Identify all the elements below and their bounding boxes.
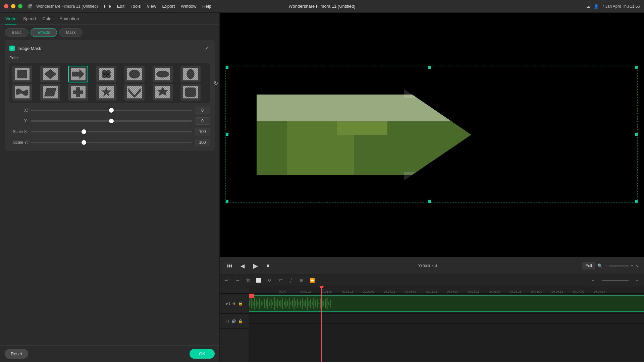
sub-tab-mask[interactable]: Mask xyxy=(59,28,83,37)
sub-tab-basic[interactable]: Basic xyxy=(5,28,29,37)
menu-edit[interactable]: Edit xyxy=(117,4,124,9)
menu-window[interactable]: Window xyxy=(181,4,196,9)
svg-point-18 xyxy=(156,71,169,78)
mask-close-button[interactable]: × xyxy=(203,45,210,52)
app-name: 🎬 Wondershare Filmora 11 (Untitled) xyxy=(27,4,98,9)
zoom-slider[interactable] xyxy=(609,265,629,266)
menu-help[interactable]: Help xyxy=(202,4,211,9)
prev-frame-button[interactable]: ⏮ xyxy=(225,261,234,270)
clip-start-marker xyxy=(249,294,254,298)
app-icon: 🎬 xyxy=(27,4,32,9)
mask-item-diamond[interactable] xyxy=(40,66,60,82)
svg-rect-43 xyxy=(226,66,228,69)
mask-item-cross[interactable] xyxy=(68,84,88,101)
slider-scaley[interactable] xyxy=(31,142,192,143)
profile-icon: 👤 xyxy=(594,4,599,9)
close-window-button[interactable] xyxy=(4,4,8,8)
video-track[interactable] xyxy=(249,294,644,314)
mask-item-wave[interactable] xyxy=(12,84,32,101)
maximize-window-button[interactable] xyxy=(18,4,22,8)
tab-video[interactable]: Video xyxy=(5,16,16,24)
zoom-out-icon[interactable]: − xyxy=(604,263,607,268)
path-label: Path: xyxy=(9,56,210,60)
menu-view[interactable]: View xyxy=(147,4,156,9)
menu-file[interactable]: File xyxy=(104,4,111,9)
slider-y[interactable] xyxy=(31,120,192,122)
mask-item-chevron[interactable] xyxy=(124,84,145,101)
zoom-fit-button[interactable]: Full xyxy=(582,262,595,269)
zoom-in-icon[interactable]: + xyxy=(631,263,633,268)
undo-button[interactable]: ↩ xyxy=(223,277,230,284)
mask-item-ellipse[interactable] xyxy=(153,66,173,82)
svg-rect-57 xyxy=(258,302,259,305)
menu-tools[interactable]: Tools xyxy=(130,4,141,9)
zoom-timeline-slider[interactable] xyxy=(602,280,629,281)
crop-button[interactable]: ⬜ xyxy=(255,277,262,284)
mask-item-star[interactable] xyxy=(96,84,116,101)
svg-rect-93 xyxy=(317,299,318,308)
mask-item-arrow[interactable] xyxy=(68,66,88,82)
ok-button[interactable]: OK xyxy=(190,349,215,359)
slider-y-value[interactable] xyxy=(195,117,210,125)
mask-item-rounded-square[interactable] xyxy=(180,84,201,101)
sub-tab-effects[interactable]: Effects xyxy=(31,28,57,37)
split-button[interactable]: ⧸ xyxy=(287,277,294,284)
zoom-in-timeline[interactable]: + xyxy=(590,277,596,284)
stop-button[interactable]: ■ xyxy=(263,261,273,270)
svg-rect-64 xyxy=(269,301,270,306)
zoom-out-timeline[interactable]: − xyxy=(634,277,641,284)
video-clip[interactable] xyxy=(249,295,644,312)
svg-rect-62 xyxy=(266,300,267,307)
image-mask-checkbox[interactable] xyxy=(9,46,15,51)
minimize-window-button[interactable] xyxy=(11,4,15,8)
svg-rect-59 xyxy=(261,301,262,306)
play-button[interactable]: ▶ xyxy=(251,261,260,270)
svg-rect-48 xyxy=(226,200,228,203)
mask-item-rectangle[interactable] xyxy=(12,66,32,82)
timeline-scroll-area[interactable]: 00:00 00:00:15 00:01:00 00:01:15 00:02:0… xyxy=(249,286,644,362)
refresh-button[interactable]: ↻ xyxy=(214,80,218,86)
ruler-mark-7: 00:03:15 xyxy=(426,290,447,293)
mask-item-hexstar[interactable] xyxy=(153,84,173,101)
tab-speed[interactable]: Speed xyxy=(23,16,36,24)
speed-ramp-button[interactable]: ⏩ xyxy=(309,277,316,284)
tab-animation[interactable]: Animation xyxy=(60,16,79,24)
svg-rect-71 xyxy=(280,300,281,307)
rotate-button[interactable]: ↻ xyxy=(266,277,273,284)
slider-x[interactable] xyxy=(31,110,192,111)
audio-track-lock[interactable]: 🔒 xyxy=(238,319,243,323)
menu-export[interactable]: Export xyxy=(162,4,175,9)
mask-item-ellipse-tall[interactable] xyxy=(180,66,201,82)
mask-item-parallelogram[interactable] xyxy=(40,84,60,101)
titlebar: 🎬 Wondershare Filmora 11 (Untitled) File… xyxy=(0,0,644,13)
video-track-lock[interactable]: 🔒 xyxy=(238,301,243,306)
mask-item-clover[interactable] xyxy=(96,66,116,82)
sub-tabs: Basic Effects Mask xyxy=(0,25,219,40)
window-title: Wondershare Filmora 11 (Untitled) xyxy=(288,4,355,9)
video-track-eye[interactable]: 👁 xyxy=(232,302,236,306)
snap-button[interactable]: ⊞ xyxy=(298,277,305,284)
empty-track-row xyxy=(249,314,644,324)
redo-button[interactable]: ↪ xyxy=(234,277,240,284)
slider-x-value[interactable] xyxy=(195,107,210,114)
svg-rect-88 xyxy=(309,301,310,306)
audio-track[interactable] xyxy=(249,324,644,337)
svg-rect-95 xyxy=(320,298,321,309)
svg-rect-80 xyxy=(295,301,296,306)
delete-button[interactable]: 🗑 xyxy=(245,277,251,284)
slider-scalex[interactable] xyxy=(31,131,192,132)
fullscreen-icon[interactable]: ⤡ xyxy=(635,263,639,268)
flip-button[interactable]: ⇄ xyxy=(277,277,283,284)
svg-rect-70 xyxy=(279,301,280,306)
audio-track-speaker[interactable]: 🔊 xyxy=(231,319,236,323)
ruler-mark-4: 00:02:00 xyxy=(363,290,384,293)
prev-button[interactable]: ◀ xyxy=(238,261,247,270)
slider-scaley-value[interactable] xyxy=(195,139,210,146)
reset-button[interactable]: Reset xyxy=(5,349,28,359)
tab-color[interactable]: Color xyxy=(43,16,53,24)
mask-item-circle[interactable] xyxy=(124,66,145,82)
svg-rect-81 xyxy=(297,299,298,308)
slider-scalex-value[interactable] xyxy=(195,128,210,135)
mask-grid-wrapper: ↻ xyxy=(9,63,210,103)
svg-rect-96 xyxy=(322,300,323,307)
